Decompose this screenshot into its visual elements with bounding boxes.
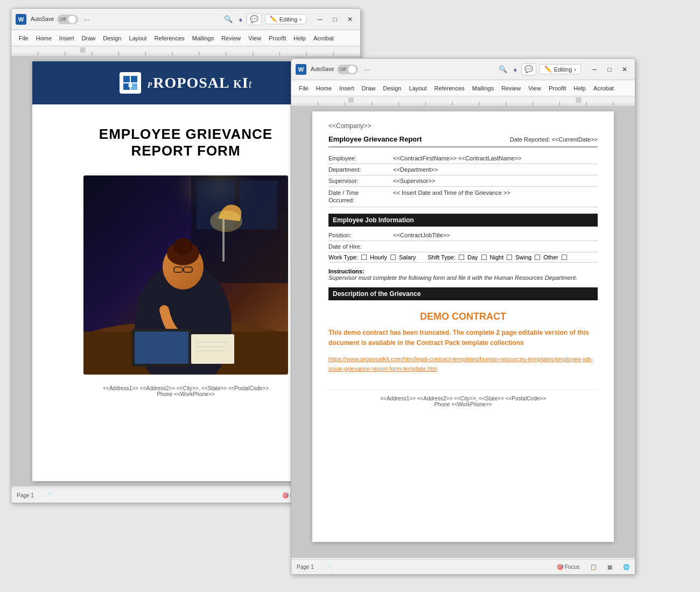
word-window-2[interactable]: W AutoSave Off ··· 🔍 ⬧ 💬 ✏️ Editing › ─ …	[291, 58, 635, 575]
menu-proofit-1[interactable]: ProofIt	[265, 33, 289, 43]
svg-rect-1	[11, 54, 360, 54]
worktype-label: Work Type:	[328, 254, 358, 260]
cover-image	[83, 175, 288, 375]
field-row-hire: Date of Hire:	[328, 241, 598, 252]
copilot-icon-2[interactable]: ⬧	[513, 65, 518, 74]
svg-rect-16	[123, 76, 130, 82]
checkbox-other2[interactable]	[562, 255, 567, 260]
autosave-label-1: AutoSave	[31, 16, 54, 22]
field-row-position: Position: <<ContractJobTitle>>	[328, 230, 598, 241]
menu-home-1[interactable]: Home	[33, 33, 55, 43]
menu-mailings-2[interactable]: Mailings	[469, 83, 497, 93]
focus-label-2[interactable]: 🎯 Focus	[557, 564, 579, 570]
maximize-button-1[interactable]: □	[329, 13, 341, 25]
toggle-knob-1	[68, 16, 76, 23]
doc-company: <<Company>>	[328, 122, 598, 130]
checkbox-other[interactable]	[535, 255, 540, 260]
menu-layout-1[interactable]: Layout	[126, 33, 150, 43]
svg-rect-17	[131, 76, 137, 82]
svg-rect-14	[80, 47, 86, 53]
more-options-2[interactable]: ···	[363, 65, 370, 74]
field-row-department: Department: <<Department>>	[328, 164, 598, 175]
instructions-text: Supervisor must complete the following f…	[328, 274, 577, 281]
menu-insert-2[interactable]: Insert	[336, 83, 358, 93]
word-icon-2: W	[296, 64, 306, 75]
swing-label: Swing	[515, 254, 531, 260]
toggle-knob-2	[348, 66, 356, 73]
menu-view-2[interactable]: View	[525, 83, 544, 93]
ruler-1	[11, 46, 360, 56]
menu-help-1[interactable]: Help	[290, 33, 309, 43]
comment-button-1[interactable]: 💬	[247, 13, 262, 25]
word-count-icon-2: 📄	[325, 564, 331, 570]
menu-file-2[interactable]: File	[296, 83, 312, 93]
autosave-label-2: AutoSave	[311, 66, 334, 72]
menu-acrobat-1[interactable]: Acrobat	[310, 33, 337, 43]
more-options-1[interactable]: ···	[83, 15, 90, 24]
menu-home-2[interactable]: Home	[313, 83, 335, 93]
cover-doc-title: EMPLOYEE GRIEVANCE REPORT FORM	[54, 126, 318, 159]
autosave-toggle-2[interactable]: Off	[337, 65, 358, 74]
comment-button-2[interactable]: 💬	[521, 64, 536, 75]
section-grievance: Description of the Grievance	[328, 287, 598, 300]
field-label-employee: Employee:	[328, 155, 393, 161]
print-layout-icon-2[interactable]: 📋	[590, 564, 597, 570]
instructions-label: Instructions:	[328, 268, 365, 274]
maximize-button-2[interactable]: □	[604, 64, 615, 75]
doc-header-row: Employee Grievance Report Date Reported:…	[328, 135, 598, 147]
search-icon-1[interactable]: 🔍	[222, 13, 235, 26]
menu-help-2[interactable]: Help	[570, 83, 589, 93]
titlebar-1: W AutoSave Off ··· 🔍 ⬧ 💬 ✏️ Editing › ─ …	[11, 9, 360, 30]
checkbox-day[interactable]	[459, 255, 464, 260]
menu-design-2[interactable]: Design	[380, 83, 404, 93]
close-button-1[interactable]: ✕	[344, 13, 356, 25]
minimize-button-2[interactable]: ─	[589, 64, 600, 75]
doc-page-2: <<Company>> Employee Grievance Report Da…	[312, 111, 614, 542]
other-label: Other	[543, 254, 558, 260]
checkbox-salary[interactable]	[390, 255, 396, 260]
doc-area-2[interactable]: <<Company>> Employee Grievance Report Da…	[291, 106, 635, 558]
menu-acrobat-2[interactable]: Acrobat	[590, 83, 617, 93]
svg-rect-25	[240, 181, 277, 229]
menu-review-1[interactable]: Review	[218, 33, 244, 43]
field-label-position: Position:	[328, 232, 393, 238]
svg-rect-46	[291, 104, 635, 104]
menu-references-1[interactable]: References	[151, 33, 188, 43]
checkbox-swing[interactable]	[507, 255, 512, 260]
menu-references-2[interactable]: References	[431, 83, 468, 93]
checkbox-night[interactable]	[481, 255, 487, 260]
close-button-2[interactable]: ✕	[619, 64, 631, 75]
menu-review-2[interactable]: Review	[498, 83, 524, 93]
word-icon-1: W	[16, 14, 26, 25]
field-value-supervisor: <<Supervisor>>	[393, 178, 598, 184]
menu-layout-2[interactable]: Layout	[406, 83, 430, 93]
pencil-icon-1: ✏️	[270, 16, 277, 23]
minimize-button-1[interactable]: ─	[314, 13, 326, 25]
demo-link[interactable]: https://www.proposalkit.com/htm/legal-co…	[328, 355, 598, 373]
menu-view-1[interactable]: View	[245, 33, 264, 43]
search-icon-2[interactable]: 🔍	[496, 63, 509, 76]
svg-rect-45	[291, 96, 635, 106]
field-label-supervisor: Supervisor:	[328, 178, 393, 184]
checkbox-hourly[interactable]	[361, 255, 367, 260]
svg-rect-59	[348, 97, 354, 103]
editing-button-1[interactable]: ✏️ Editing ›	[265, 14, 306, 24]
menu-proofit-2[interactable]: ProofIt	[545, 83, 569, 93]
menu-draw-1[interactable]: Draw	[79, 33, 99, 43]
web-view-icon-2[interactable]: 🌐	[623, 564, 629, 570]
field-row-supervisor: Supervisor: <<Supervisor>>	[328, 175, 598, 187]
report-title: Employee Grievance Report	[328, 135, 422, 143]
layout-icon-2[interactable]: ▦	[607, 564, 612, 570]
menu-insert-1[interactable]: Insert	[56, 33, 78, 43]
cover-brand-text: PROPOSAL KIt	[148, 74, 252, 91]
day-label: Day	[467, 254, 478, 260]
svg-point-44	[210, 210, 242, 232]
editing-button-2[interactable]: ✏️ Editing ›	[540, 64, 581, 74]
menu-mailings-1[interactable]: Mailings	[189, 33, 217, 43]
autosave-toggle-1[interactable]: Off	[57, 15, 78, 24]
menu-draw-2[interactable]: Draw	[359, 83, 379, 93]
menu-design-1[interactable]: Design	[100, 33, 124, 43]
menu-file-1[interactable]: File	[16, 33, 32, 43]
copilot-icon-1[interactable]: ⬧	[238, 15, 243, 24]
word-count-icon-1: 📄	[45, 492, 51, 498]
